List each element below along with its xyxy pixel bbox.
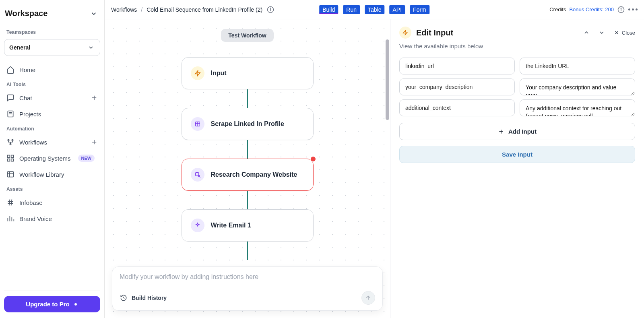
sparkle-icon [73, 301, 78, 307]
node-label: Input [211, 70, 227, 77]
close-button[interactable]: Close [614, 30, 635, 36]
svg-point-5 [8, 139, 9, 140]
node-input[interactable]: Input [182, 57, 314, 89]
node-scrape[interactable]: Scrape Linked In Profile [182, 108, 314, 140]
svg-rect-11 [11, 155, 14, 158]
svg-rect-13 [11, 159, 14, 161]
send-button[interactable] [361, 291, 375, 305]
save-input-button[interactable]: Save Input [399, 146, 635, 163]
chevron-down-icon[interactable] [599, 29, 605, 36]
input-name-field-1[interactable] [399, 78, 515, 95]
sidebar: Workspace Teamspaces General Home AI Too… [0, 0, 105, 318]
test-workflow-button[interactable]: Test Workflow [221, 29, 273, 42]
svg-point-37 [198, 175, 200, 177]
lightning-icon [191, 66, 204, 80]
sidebar-item-label: Brand Voice [19, 215, 52, 222]
sidebar-item-workflow-library[interactable]: Workflow Library [4, 166, 100, 182]
chat-icon [6, 94, 14, 102]
breadcrumb-separator: / [141, 6, 142, 13]
tab-run[interactable]: Run [343, 5, 360, 14]
projects-icon [6, 110, 14, 118]
ai-tools-label: AI Tools [4, 78, 100, 90]
build-history-label[interactable]: Build History [132, 295, 167, 301]
svg-point-28 [270, 8, 271, 8]
input-name-field-2[interactable] [399, 99, 515, 116]
sidebar-item-label: Home [19, 66, 35, 73]
sidebar-item-label: Chat [19, 95, 32, 101]
grid-icon [6, 154, 14, 162]
sidebar-item-workflows[interactable]: Workflows [4, 134, 100, 150]
new-badge: NEW [78, 155, 95, 162]
svg-rect-10 [8, 155, 10, 158]
scrollbar[interactable] [386, 39, 389, 120]
automation-label: Automation [4, 122, 100, 134]
error-indicator [311, 157, 316, 161]
tab-table[interactable]: Table [365, 5, 384, 14]
node-label: Write Email 1 [211, 222, 251, 229]
workspace-title: Workspace [5, 9, 47, 18]
history-icon[interactable] [120, 294, 128, 302]
svg-line-20 [11, 200, 12, 206]
sidebar-item-label: Workflow Library [19, 171, 64, 178]
more-menu-icon[interactable] [628, 8, 638, 10]
svg-rect-14 [8, 171, 14, 177]
node-research[interactable]: Research Company Website [182, 159, 314, 191]
add-input-button[interactable]: Add Input [399, 123, 635, 140]
svg-point-7 [10, 143, 11, 145]
add-input-label: Add Input [508, 128, 537, 135]
sidebar-item-operating-systems[interactable]: Operating Systems NEW [4, 150, 100, 166]
input-desc-field-0[interactable] [520, 58, 635, 74]
main: Workflows / Cold Email Sequence from Lin… [105, 0, 644, 318]
sidebar-item-projects[interactable]: Projects [4, 106, 100, 122]
input-name-field-0[interactable] [399, 58, 515, 74]
panel-subtitle: View the available inputs below [399, 43, 635, 50]
topbar: Workflows / Cold Email Sequence from Lin… [105, 0, 644, 19]
sidebar-item-label: Infobase [19, 199, 43, 206]
bars-icon [6, 215, 14, 223]
sidebar-item-brand-voice[interactable]: Brand Voice [4, 211, 100, 227]
chevron-down-icon [87, 43, 95, 52]
breadcrumb: Workflows / Cold Email Sequence from Lin… [111, 6, 275, 14]
connector [247, 140, 248, 159]
lightning-icon [399, 27, 411, 39]
svg-point-6 [12, 139, 13, 140]
plus-icon[interactable] [91, 138, 98, 146]
info-icon[interactable] [266, 6, 275, 14]
svg-marker-32 [195, 70, 200, 76]
svg-line-38 [200, 177, 200, 177]
view-tabs: Build Run Table API Form [319, 5, 429, 14]
sidebar-item-label: Operating Systems [19, 155, 71, 162]
tab-api[interactable]: API [390, 5, 405, 14]
sidebar-item-chat[interactable]: Chat [4, 90, 100, 106]
connector [247, 242, 248, 260]
sidebar-item-label: Projects [19, 111, 41, 118]
plus-icon [498, 128, 504, 135]
svg-point-25 [74, 303, 77, 306]
tab-form[interactable]: Form [410, 5, 429, 14]
sidebar-item-home[interactable]: Home [4, 62, 100, 78]
credits-value[interactable]: Bonus Credits: 200 [569, 6, 614, 12]
svg-rect-12 [8, 159, 10, 161]
input-desc-field-2[interactable]: Any additional context for reaching out … [520, 99, 635, 116]
sidebar-item-infobase[interactable]: Infobase [4, 194, 100, 211]
chevron-up-icon[interactable] [583, 29, 590, 36]
panel-title: Edit Input [416, 28, 453, 37]
instruction-input[interactable] [112, 267, 382, 287]
upgrade-button[interactable]: Upgrade to Pro [4, 296, 100, 312]
home-icon [6, 66, 14, 74]
info-icon[interactable] [617, 6, 625, 14]
teamspace-dropdown[interactable]: General [4, 39, 100, 56]
node-email1[interactable]: Write Email 1 [182, 209, 314, 242]
svg-point-31 [621, 8, 621, 8]
content: Test Workflow Input Scrape Linked In Pro… [105, 19, 644, 318]
plus-icon[interactable] [91, 94, 98, 101]
breadcrumb-root[interactable]: Workflows [111, 6, 137, 13]
table-icon [191, 117, 204, 131]
tab-build[interactable]: Build [319, 5, 338, 14]
breadcrumb-current[interactable]: Cold Email Sequence from LinkedIn Profil… [147, 6, 262, 13]
input-desc-field-1[interactable]: Your company description and value prop [520, 78, 635, 95]
sidebar-item-label: Workflows [19, 139, 47, 146]
canvas-wrap: Test Workflow Input Scrape Linked In Pro… [105, 19, 390, 318]
workspace-header[interactable]: Workspace [4, 6, 100, 25]
hash-icon [6, 198, 14, 206]
